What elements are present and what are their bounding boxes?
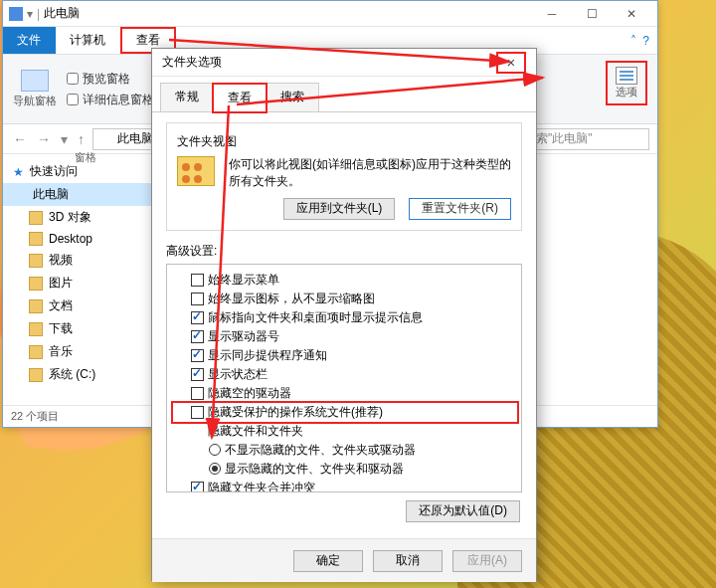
folder-icon <box>29 322 43 336</box>
thispc-icon <box>9 7 23 21</box>
tree-item[interactable]: 下载 <box>3 317 151 340</box>
dialog-footer: 确定 取消 应用(A) <box>152 538 536 582</box>
adv-item-hidden-os-files[interactable]: 隐藏受保护的操作系统文件(推荐) <box>173 403 517 422</box>
checkbox-icon[interactable] <box>191 293 204 305</box>
folder-icon <box>29 254 43 268</box>
tree-item[interactable]: Desktop <box>3 229 151 249</box>
checkbox-icon[interactable] <box>191 406 204 419</box>
adv-item[interactable]: 始终显示菜单 <box>173 271 517 290</box>
nav-forward-icon[interactable]: → <box>35 131 53 147</box>
help-icon[interactable]: ? <box>642 34 649 48</box>
ribbon-group-label: 窗格 <box>75 150 96 165</box>
apply-button[interactable]: 应用(A) <box>452 550 522 572</box>
adv-item[interactable]: 隐藏文件和文件夹 <box>173 422 517 441</box>
tree-item[interactable]: 视频 <box>3 249 151 272</box>
dialog-titlebar: 文件夹选项 × <box>152 49 536 77</box>
menu-computer[interactable]: 计算机 <box>56 27 120 54</box>
ribbon-collapse-icon[interactable]: ˄ <box>630 34 636 48</box>
adv-item[interactable]: 显示同步提供程序通知 <box>173 346 517 365</box>
adv-item[interactable]: 隐藏空的驱动器 <box>173 384 517 403</box>
breadcrumb[interactable]: 此电脑 <box>117 130 153 147</box>
checkbox-icon[interactable] <box>191 311 204 324</box>
apply-to-folders-button[interactable]: 应用到文件夹(L) <box>283 198 396 220</box>
tree-item[interactable]: 图片 <box>3 272 151 294</box>
adv-item[interactable]: 鼠标指向文件夹和桌面项时显示提示信息 <box>173 308 517 327</box>
dialog-close-button[interactable]: × <box>496 52 526 74</box>
options-icon <box>616 67 637 85</box>
checkbox-icon[interactable] <box>191 482 204 492</box>
checkbox-icon[interactable] <box>191 368 204 381</box>
ok-button[interactable]: 确定 <box>293 550 363 572</box>
adv-item[interactable]: 不显示隐藏的文件、文件夹或驱动器 <box>173 441 517 460</box>
nav-back-icon[interactable]: ← <box>11 131 29 147</box>
thispc-icon <box>13 189 27 201</box>
tab-search[interactable]: 搜索 <box>266 83 319 111</box>
minimize-button[interactable]: ─ <box>532 1 572 27</box>
folder-icon <box>29 232 43 246</box>
thispc-icon <box>99 133 111 145</box>
close-button[interactable]: ✕ <box>612 1 651 27</box>
nav-up-icon[interactable]: ↑ <box>76 131 87 147</box>
checkbox-icon[interactable] <box>191 349 204 362</box>
checkbox-icon[interactable] <box>191 387 204 400</box>
folder-options-dialog: 文件夹选项 × 常规 查看 搜索 文件夹视图 你可以将此视图(如详细信息或图标)… <box>151 48 537 581</box>
adv-item[interactable]: 始终显示图标，从不显示缩略图 <box>173 290 517 308</box>
tree-item[interactable]: 3D 对象 <box>3 206 151 229</box>
adv-item[interactable]: 显示驱动器号 <box>173 327 517 346</box>
dialog-tabs: 常规 查看 搜索 <box>152 77 536 112</box>
maximize-button[interactable]: ☐ <box>572 1 612 27</box>
dialog-title: 文件夹选项 <box>162 54 222 71</box>
reset-folders-button[interactable]: 重置文件夹(R) <box>409 198 511 220</box>
star-icon: ★ <box>13 165 24 179</box>
tab-view[interactable]: 查看 <box>213 84 267 112</box>
adv-item[interactable]: 显示状态栏 <box>173 365 517 384</box>
cancel-button[interactable]: 取消 <box>373 550 443 572</box>
navpane-icon <box>21 70 49 92</box>
folder-icon <box>29 211 43 225</box>
folder-views-icon <box>177 156 215 186</box>
advanced-settings-list[interactable]: 始终显示菜单始终显示图标，从不显示缩略图鼠标指向文件夹和桌面项时显示提示信息显示… <box>166 264 522 492</box>
restore-defaults-button[interactable]: 还原为默认值(D) <box>406 500 520 522</box>
radio-icon[interactable] <box>209 444 221 456</box>
adv-item[interactable]: 隐藏文件夹合并冲突 <box>173 479 517 492</box>
nav-history-icon[interactable]: ▾ <box>59 131 70 147</box>
advanced-label: 高级设置: <box>166 243 522 260</box>
options-button[interactable]: 选项 <box>606 61 647 105</box>
radio-icon[interactable] <box>209 463 221 475</box>
details-pane-check[interactable]: 详细信息窗格 <box>67 92 154 108</box>
folder-views-label: 文件夹视图 <box>177 133 511 150</box>
preview-pane-check[interactable]: 预览窗格 <box>67 71 154 88</box>
folder-icon <box>29 299 43 313</box>
tree-item[interactable]: 文档 <box>3 294 151 317</box>
separator: | <box>37 7 40 21</box>
navigation-tree[interactable]: ★快速访问 此电脑 3D 对象Desktop视频图片文档下载音乐系统 (C:) <box>3 154 152 405</box>
tree-item[interactable]: 系统 (C:) <box>3 363 151 386</box>
folder-views-group: 文件夹视图 你可以将此视图(如详细信息或图标)应用于这种类型的所有文件夹。 应用… <box>166 122 522 231</box>
tree-item[interactable]: 音乐 <box>3 340 151 363</box>
checkbox-icon[interactable] <box>191 274 204 287</box>
tree-this-pc[interactable]: 此电脑 <box>3 183 151 206</box>
folder-icon <box>29 345 43 359</box>
navigation-pane-button[interactable]: 导航窗格 <box>13 70 57 108</box>
folder-icon <box>191 426 204 437</box>
folder-icon <box>29 368 43 382</box>
tab-general[interactable]: 常规 <box>160 83 214 111</box>
explorer-titlebar: ▾ | 此电脑 ─ ☐ ✕ <box>3 1 657 27</box>
checkbox-icon[interactable] <box>191 330 204 343</box>
folder-views-desc: 你可以将此视图(如详细信息或图标)应用于这种类型的所有文件夹。 <box>229 156 511 190</box>
qat-arrow-icon[interactable]: ▾ <box>27 7 33 21</box>
window-title: 此电脑 <box>44 5 532 22</box>
folder-icon <box>29 277 43 291</box>
menu-file[interactable]: 文件 <box>3 27 56 54</box>
adv-item[interactable]: 显示隐藏的文件、文件夹和驱动器 <box>173 460 517 479</box>
